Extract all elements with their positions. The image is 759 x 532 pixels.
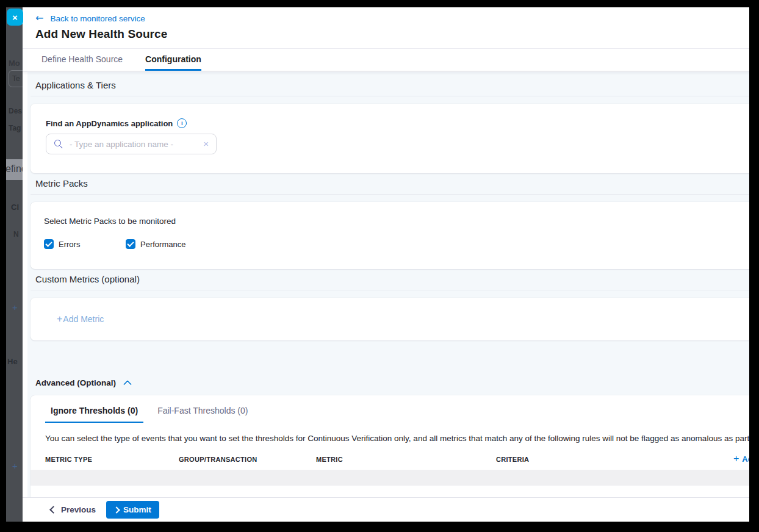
page-title: Add New Health Source (35, 27, 759, 41)
applications-tiers-card: Find an AppDynamics application i × (31, 104, 759, 173)
back-link-label: Back to monitored service (50, 14, 145, 23)
find-application-label-text: Find an AppDynamics application (46, 119, 173, 128)
check-icon (127, 240, 134, 246)
advanced-heading-label: Advanced (Optional) (35, 378, 116, 387)
chevron-up-icon (123, 379, 132, 388)
chevron-right-icon (113, 506, 120, 513)
underlay-text-fragment: Tag (9, 124, 21, 132)
tab-fail-fast-thresholds[interactable]: Fail-Fast Thresholds (0) (152, 406, 253, 423)
back-arrow-icon: ← (35, 13, 43, 23)
underlay-plus-fragment: + (12, 302, 18, 312)
previous-label: Previous (61, 505, 96, 514)
advanced-optional-toggle[interactable]: Advanced (Optional) (35, 378, 131, 387)
dimmed-background-page: Mo Te Des Tag efine Cl N + He + (6, 7, 23, 522)
submit-button[interactable]: Submit (106, 501, 159, 519)
metric-packs-options: Errors Performance (44, 239, 759, 249)
find-application-label: Find an AppDynamics application i (46, 118, 759, 128)
thresholds-tab-bar: Ignore Thresholds (0) Fail-Fast Threshol… (31, 395, 759, 423)
underlay-text-fragment: N (13, 230, 19, 239)
checkbox-option-performance[interactable]: Performance (126, 239, 207, 249)
add-metric-label: Add Metric (63, 314, 104, 324)
column-header-criteria: CRITERIA (496, 456, 529, 463)
clear-search-icon[interactable]: × (203, 140, 209, 148)
column-header-metric: METRIC (316, 456, 496, 463)
close-drawer-button[interactable]: × (7, 9, 23, 26)
metric-packs-card: Select Metric Packs to be monitored Erro… (31, 202, 759, 269)
underlay-plus-fragment: + (12, 461, 18, 471)
custom-metrics-heading: Custom Metrics (optional) (31, 274, 759, 290)
underlay-input-fragment: Te (9, 70, 23, 87)
drawer-tab-bar: Define Health Source Configuration (23, 48, 759, 71)
underlay-text-fragment: efine (6, 164, 23, 174)
tab-define-health-source[interactable]: Define Health Source (41, 49, 123, 71)
underlay-text-fragment: He (7, 357, 18, 366)
application-search-box: × (46, 134, 217, 154)
checkbox-checked-icon[interactable] (44, 239, 54, 249)
thresholds-card: Ignore Thresholds (0) Fail-Fast Threshol… (31, 395, 759, 497)
custom-metrics-card: + Add Metric (31, 298, 759, 340)
chevron-left-icon (49, 506, 57, 514)
drawer-footer: Previous Submit (23, 497, 759, 522)
applications-tiers-heading: Applications & Tiers (31, 80, 759, 96)
checkbox-option-errors[interactable]: Errors (44, 239, 126, 249)
drawer-header: ← Back to monitored service Add New Heal… (23, 7, 759, 41)
tab-configuration[interactable]: Configuration (145, 49, 201, 71)
check-icon (45, 240, 52, 246)
underlay-text-fragment: Des (9, 107, 22, 115)
configuration-scroll-area[interactable]: Applications & Tiers Find an AppDynamics… (27, 72, 759, 497)
info-icon[interactable]: i (177, 118, 187, 128)
metric-packs-subtitle: Select Metric Packs to be monitored (44, 217, 759, 226)
add-health-source-drawer: ← Back to monitored service Add New Heal… (23, 7, 759, 522)
window-frame-right (749, 0, 759, 532)
plus-icon: + (57, 314, 62, 325)
checkbox-label: Performance (140, 240, 185, 249)
tab-ignore-thresholds[interactable]: Ignore Thresholds (0) (45, 406, 143, 423)
submit-label: Submit (123, 505, 151, 514)
close-icon: × (12, 12, 18, 23)
thresholds-empty-row (31, 470, 759, 486)
metric-packs-heading: Metric Packs (31, 178, 759, 195)
previous-button[interactable]: Previous (51, 505, 96, 514)
underlay-text-fragment: Mo (9, 59, 20, 68)
screenshot-root: { "window": { "close_icon": "×" }, "unde… (0, 0, 759, 532)
column-header-metric-type: METRIC TYPE (45, 456, 179, 463)
search-icon (54, 139, 63, 149)
application-search-input[interactable] (68, 139, 203, 149)
back-to-monitored-service-link[interactable]: ← Back to monitored service (35, 13, 145, 23)
underlay-light-band: efine (6, 159, 23, 180)
plus-icon: + (733, 453, 739, 464)
add-metric-button[interactable]: + Add Metric (57, 314, 104, 325)
thresholds-description: You can select the type of events that y… (45, 433, 759, 444)
checkbox-label: Errors (59, 240, 80, 249)
column-header-group-transaction: GROUP/TRANSACTION (179, 456, 316, 463)
thresholds-table-header: METRIC TYPE GROUP/TRANSACTION METRIC CRI… (45, 455, 759, 464)
checkbox-checked-icon[interactable] (126, 239, 135, 249)
underlay-text-fragment: Cl (11, 203, 19, 212)
